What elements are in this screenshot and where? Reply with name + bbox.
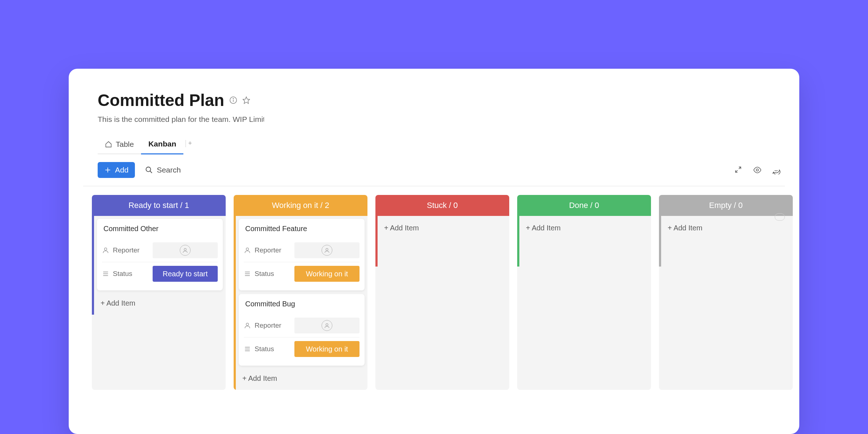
app-window: Committed Plan This is the committed pla… xyxy=(69,69,799,434)
tab-kanban-label: Kanban xyxy=(148,140,176,148)
search-icon xyxy=(145,166,153,174)
reporter-label: Reporter xyxy=(113,246,149,254)
svg-line-7 xyxy=(150,171,152,173)
column-empty: Empty / 0+ Add Item xyxy=(659,195,793,390)
person-icon xyxy=(244,322,251,329)
person-icon xyxy=(244,247,251,254)
column-body: + Add Item xyxy=(375,216,509,267)
column-header[interactable]: Stuck / 0 xyxy=(375,195,509,216)
list-icon xyxy=(244,270,251,277)
toolbar: Add Search xyxy=(83,155,785,186)
svg-point-10 xyxy=(756,169,758,171)
card-title: Committed Feature xyxy=(244,225,359,233)
page-subtitle: This is the committed plan for the team.… xyxy=(83,115,264,124)
column-body: + Add Item xyxy=(659,216,793,267)
add-item-button[interactable]: + Add Item xyxy=(380,219,506,234)
chat-icon[interactable] xyxy=(772,166,780,174)
add-tab-button[interactable]: + xyxy=(188,140,192,151)
add-item-button[interactable]: + Add Item xyxy=(97,294,223,310)
avatar-icon xyxy=(180,245,191,256)
add-button-label: Add xyxy=(115,166,128,174)
svg-point-17 xyxy=(326,248,328,251)
reporter-cell[interactable] xyxy=(153,242,218,258)
column-body: Committed OtherReporterStatusReady to st… xyxy=(92,216,226,315)
svg-line-9 xyxy=(739,167,741,169)
card-row-reporter: Reporter xyxy=(102,239,218,262)
card-row-status: StatusReady to start xyxy=(102,262,218,285)
column-header[interactable]: Done / 0 xyxy=(517,195,651,216)
column-body: Committed FeatureReporterStatusWorking o… xyxy=(234,216,367,390)
star-icon[interactable] xyxy=(242,96,250,104)
home-icon xyxy=(105,141,112,148)
card[interactable]: Committed OtherReporterStatusReady to st… xyxy=(97,219,223,290)
card-row-reporter: Reporter xyxy=(244,314,359,337)
add-item-button[interactable]: + Add Item xyxy=(664,219,790,234)
add-button[interactable]: Add xyxy=(98,162,135,178)
status-cell[interactable]: Ready to start xyxy=(153,266,218,282)
tabs: Table Kanban + xyxy=(83,136,785,155)
tab-kanban[interactable]: Kanban xyxy=(141,136,183,154)
svg-marker-3 xyxy=(243,97,250,103)
tab-separator xyxy=(186,140,186,147)
search-label: Search xyxy=(157,166,181,174)
add-item-button[interactable]: + Add Item xyxy=(522,219,648,234)
card-row-status: StatusWorking on it xyxy=(244,337,359,361)
tab-table-label: Table xyxy=(116,140,134,149)
column-header[interactable]: Working on it / 2 xyxy=(234,195,367,216)
svg-point-2 xyxy=(233,98,233,99)
header: Committed Plan xyxy=(83,90,785,110)
reporter-label: Reporter xyxy=(255,246,291,254)
status-label: Status xyxy=(255,345,291,353)
card-title: Committed Other xyxy=(102,225,218,233)
svg-point-21 xyxy=(246,323,249,326)
card-row-reporter: Reporter xyxy=(244,239,359,262)
more-pill-icon[interactable] xyxy=(775,213,785,221)
person-icon xyxy=(102,247,109,254)
column-done: Done / 0+ Add Item xyxy=(517,195,651,390)
status-label: Status xyxy=(113,270,149,278)
kanban-board: Ready to start / 1Committed OtherReporte… xyxy=(83,186,785,390)
toolbar-right xyxy=(734,166,785,174)
list-icon xyxy=(244,345,251,353)
add-item-button[interactable]: + Add Item xyxy=(239,369,365,385)
reporter-cell[interactable] xyxy=(294,318,359,333)
status-label: Status xyxy=(255,270,291,278)
svg-point-6 xyxy=(146,167,151,172)
card[interactable]: Committed BugReporterStatusWorking on it xyxy=(239,294,365,366)
avatar-icon xyxy=(322,320,332,331)
column-ready: Ready to start / 1Committed OtherReporte… xyxy=(92,195,226,390)
eye-icon[interactable] xyxy=(753,166,762,174)
reporter-cell[interactable] xyxy=(294,242,359,258)
column-header[interactable]: Empty / 0 xyxy=(659,195,793,216)
search-button[interactable]: Search xyxy=(145,166,181,174)
tab-table[interactable]: Table xyxy=(98,136,141,154)
page-title: Committed Plan xyxy=(98,90,224,110)
svg-point-16 xyxy=(246,248,249,250)
svg-point-22 xyxy=(326,324,328,326)
plus-icon xyxy=(104,166,111,174)
column-stuck: Stuck / 0+ Add Item xyxy=(375,195,509,390)
expand-icon[interactable] xyxy=(734,166,743,174)
svg-point-12 xyxy=(184,248,186,251)
avatar-icon xyxy=(322,245,332,256)
column-body: + Add Item xyxy=(517,216,651,267)
info-icon[interactable] xyxy=(229,96,237,104)
status-cell[interactable]: Working on it xyxy=(294,266,359,282)
list-icon xyxy=(102,270,109,277)
card[interactable]: Committed FeatureReporterStatusWorking o… xyxy=(239,219,365,290)
column-header[interactable]: Ready to start / 1 xyxy=(92,195,226,216)
card-row-status: StatusWorking on it xyxy=(244,262,359,285)
status-cell[interactable]: Working on it xyxy=(294,341,359,357)
card-title: Committed Bug xyxy=(244,300,359,308)
reporter-label: Reporter xyxy=(255,322,291,329)
column-working: Working on it / 2Committed FeatureReport… xyxy=(234,195,367,390)
svg-point-11 xyxy=(105,248,107,250)
